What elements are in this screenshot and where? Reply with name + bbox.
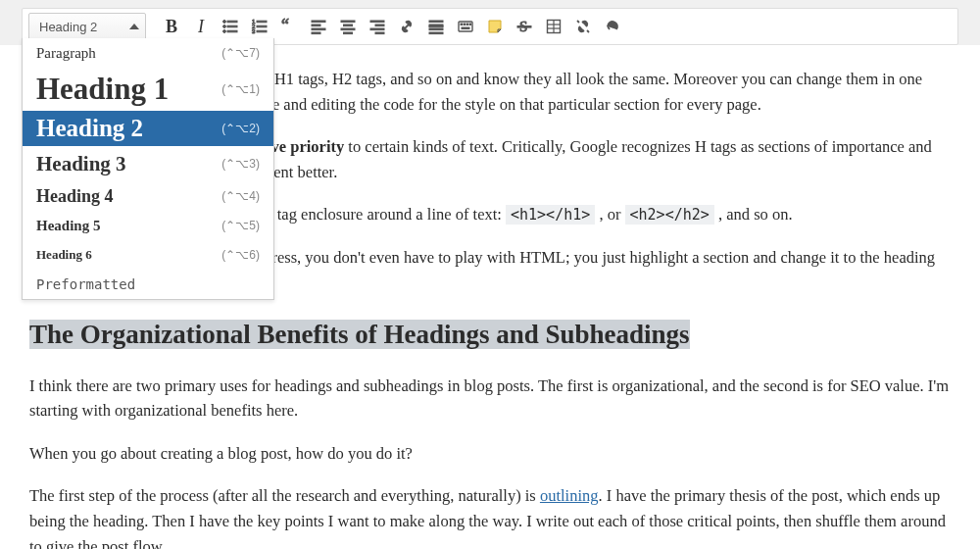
svg-rect-1 bbox=[227, 21, 237, 23]
svg-rect-3 bbox=[227, 25, 237, 27]
svg-rect-29 bbox=[429, 32, 443, 34]
svg-rect-19 bbox=[341, 28, 355, 30]
svg-rect-33 bbox=[466, 24, 468, 25]
svg-rect-34 bbox=[469, 24, 471, 25]
unlink-button[interactable] bbox=[569, 13, 597, 40]
svg-rect-31 bbox=[461, 24, 463, 25]
outlining-link[interactable]: outlining bbox=[540, 486, 599, 505]
format-option-heading-5[interactable]: Heading 5(⌃⌥5) bbox=[23, 211, 273, 240]
format-option-label: Preformatted bbox=[36, 276, 135, 292]
blockquote-button[interactable]: “ bbox=[275, 13, 303, 40]
svg-point-2 bbox=[223, 25, 226, 28]
format-option-heading-1[interactable]: Heading 1(⌃⌥1) bbox=[23, 68, 273, 111]
svg-rect-16 bbox=[312, 32, 320, 34]
bold-icon: B bbox=[166, 17, 177, 37]
svg-rect-18 bbox=[344, 25, 353, 26]
format-option-label: Heading 2 bbox=[36, 115, 143, 142]
svg-rect-21 bbox=[370, 21, 384, 23]
undo-icon bbox=[604, 18, 621, 35]
table-icon bbox=[545, 18, 563, 35]
format-option-shortcut: (⌃⌥2) bbox=[221, 122, 260, 135]
sticky-note-icon bbox=[486, 18, 504, 35]
svg-rect-9 bbox=[257, 25, 267, 27]
svg-rect-13 bbox=[312, 21, 325, 23]
svg-rect-11 bbox=[257, 30, 267, 32]
format-option-paragraph[interactable]: Paragraph(⌃⌥7) bbox=[23, 38, 273, 68]
format-option-label: Heading 5 bbox=[36, 218, 100, 234]
format-option-shortcut: (⌃⌥5) bbox=[221, 219, 260, 232]
format-option-shortcut: (⌃⌥7) bbox=[221, 46, 260, 60]
format-option-heading-3[interactable]: Heading 3(⌃⌥3) bbox=[23, 146, 273, 181]
format-option-heading-6[interactable]: Heading 6(⌃⌥6) bbox=[23, 240, 273, 270]
format-option-shortcut: (⌃⌥3) bbox=[221, 157, 260, 171]
svg-rect-35 bbox=[462, 27, 469, 29]
svg-point-0 bbox=[223, 21, 226, 24]
svg-rect-32 bbox=[464, 24, 466, 25]
bullet-list-icon bbox=[221, 18, 239, 35]
insert-link-button[interactable] bbox=[393, 13, 420, 40]
insert-more-button[interactable] bbox=[422, 13, 450, 40]
italic-icon: I bbox=[198, 17, 204, 37]
numbered-list-button[interactable]: 123 bbox=[246, 13, 273, 40]
svg-rect-5 bbox=[227, 30, 237, 32]
format-option-label: Paragraph bbox=[36, 45, 96, 62]
svg-rect-17 bbox=[341, 21, 355, 23]
svg-point-4 bbox=[223, 30, 226, 33]
svg-rect-28 bbox=[429, 28, 443, 30]
svg-rect-37 bbox=[517, 26, 531, 28]
strikethrough-icon: S bbox=[515, 18, 533, 35]
unlink-icon bbox=[574, 18, 592, 35]
svg-rect-15 bbox=[312, 28, 325, 30]
align-left-icon bbox=[310, 18, 327, 35]
svg-text:3: 3 bbox=[252, 28, 256, 34]
table-button[interactable] bbox=[540, 13, 567, 40]
sticky-note-button[interactable] bbox=[481, 13, 509, 40]
format-select-label: Heading 2 bbox=[39, 20, 97, 34]
svg-line-43 bbox=[587, 30, 589, 32]
svg-rect-25 bbox=[429, 21, 443, 23]
strikethrough-button[interactable]: S bbox=[511, 13, 538, 40]
svg-rect-7 bbox=[257, 21, 267, 23]
svg-rect-20 bbox=[344, 32, 353, 34]
paragraph: The first step of the process (after all… bbox=[29, 483, 951, 549]
svg-rect-24 bbox=[375, 32, 384, 34]
format-option-shortcut: (⌃⌥1) bbox=[221, 82, 260, 96]
bold-button[interactable]: B bbox=[158, 13, 185, 40]
insert-more-icon bbox=[427, 18, 445, 35]
format-option-preformatted[interactable]: Preformatted bbox=[23, 270, 273, 299]
svg-rect-23 bbox=[370, 28, 384, 30]
svg-rect-22 bbox=[375, 25, 384, 26]
align-right-icon bbox=[368, 18, 386, 35]
keyboard-button[interactable] bbox=[452, 13, 479, 40]
svg-rect-27 bbox=[429, 26, 443, 27]
bullet-list-button[interactable] bbox=[217, 13, 244, 40]
align-right-button[interactable] bbox=[364, 13, 391, 40]
keyboard-icon bbox=[457, 18, 474, 35]
format-option-label: Heading 4 bbox=[36, 186, 114, 207]
quote-icon: “ bbox=[280, 18, 298, 35]
align-center-button[interactable] bbox=[334, 13, 362, 40]
link-icon bbox=[398, 18, 416, 35]
undo-button[interactable] bbox=[599, 13, 626, 40]
format-option-label: Heading 6 bbox=[36, 247, 92, 263]
format-option-shortcut: (⌃⌥6) bbox=[221, 248, 260, 262]
align-center-icon bbox=[339, 18, 357, 35]
paragraph: I think there are two primary uses for h… bbox=[29, 374, 951, 424]
align-left-button[interactable] bbox=[305, 13, 332, 40]
svg-rect-14 bbox=[312, 25, 320, 26]
numbered-list-icon: 123 bbox=[251, 18, 269, 35]
caret-up-icon bbox=[129, 24, 139, 29]
format-option-shortcut: (⌃⌥4) bbox=[221, 189, 260, 203]
format-select[interactable]: Heading 2 bbox=[28, 13, 146, 40]
format-option-label: Heading 1 bbox=[36, 72, 169, 107]
italic-button[interactable]: I bbox=[187, 13, 215, 40]
format-dropdown: Paragraph(⌃⌥7)Heading 1(⌃⌥1)Heading 2(⌃⌥… bbox=[22, 38, 274, 300]
format-option-label: Heading 3 bbox=[36, 152, 126, 176]
svg-line-42 bbox=[577, 21, 579, 23]
heading-2: The Organizational Benefits of Headings … bbox=[29, 315, 951, 356]
svg-text:“: “ bbox=[281, 18, 289, 35]
paragraph: When you go about creating a blog post, … bbox=[29, 441, 951, 467]
format-option-heading-4[interactable]: Heading 4(⌃⌥4) bbox=[23, 181, 273, 211]
format-option-heading-2[interactable]: Heading 2(⌃⌥2) bbox=[23, 111, 273, 146]
